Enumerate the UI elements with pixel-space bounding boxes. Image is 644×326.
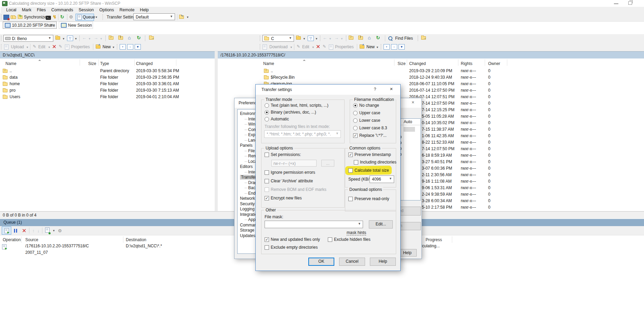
toolbar-grip[interactable]: [145, 36, 146, 41]
toolbar-grip[interactable]: [1, 36, 2, 41]
preferences-tree-item-updates[interactable]: Updates: [240, 233, 255, 238]
edit-dropdown-icon[interactable]: ▼: [312, 46, 314, 49]
toolbar-grip[interactable]: [1, 44, 2, 50]
checkbox-preserve-read-only[interactable]: Preserve read-only: [348, 196, 389, 201]
menu-item-session[interactable]: Session: [76, 8, 96, 12]
right-column-name[interactable]: Name: [263, 61, 274, 66]
minimize-icon[interactable]: [614, 3, 618, 4]
command-lightning-icon[interactable]: ↯: [53, 14, 57, 19]
back-dropdown-icon[interactable]: ▼: [88, 37, 91, 40]
preferences-tree-item-logging[interactable]: Logging: [240, 207, 255, 211]
parent-directory-icon[interactable]: [349, 36, 353, 41]
mask-hints-link[interactable]: mask hints: [347, 230, 366, 235]
column-separator[interactable]: [452, 236, 452, 243]
checkbox-exclude-empty[interactable]: Exclude empty directories: [265, 245, 318, 250]
open-directory-dropdown-icon[interactable]: ▼: [303, 37, 306, 40]
queue-column-source[interactable]: Source: [25, 237, 38, 242]
left-column-name[interactable]: Name: [5, 61, 16, 66]
select-minus-icon[interactable]: −: [391, 44, 397, 50]
rename-icon[interactable]: ✎: [59, 44, 62, 49]
parent-directory-icon[interactable]: [109, 36, 113, 41]
tab-session[interactable]: 10.10.2.20 SFTP Share ×: [3, 22, 57, 29]
menu-item-help[interactable]: Help: [137, 8, 151, 12]
column-separator[interactable]: [458, 60, 458, 66]
forward-icon[interactable]: →: [94, 35, 98, 40]
toolbar-grip[interactable]: [260, 36, 261, 41]
select-filter-icon[interactable]: ▼: [135, 44, 141, 50]
checkbox-set-permissions[interactable]: Set permissions:: [265, 152, 301, 157]
queue-move-down-icon[interactable]: ↓: [37, 228, 40, 233]
preferences-tree-item-network[interactable]: Network: [240, 196, 255, 201]
left-path-bar[interactable]: D:\v2qtsd1_NCC\: [0, 51, 215, 58]
queue-pause-icon[interactable]: [14, 229, 15, 233]
back-dropdown-icon[interactable]: ▼: [329, 37, 332, 40]
checkbox-including-directories[interactable]: Including directories: [354, 160, 397, 165]
tab-close-icon[interactable]: ×: [50, 23, 53, 27]
toolbar-grip[interactable]: [79, 36, 81, 41]
find-files-icon[interactable]: [388, 36, 392, 40]
column-separator[interactable]: [485, 60, 485, 66]
select-plus-icon[interactable]: +: [384, 44, 390, 50]
preferences-partial-control[interactable]: ed: [398, 207, 421, 216]
preset-settings-icon[interactable]: ✎: [179, 15, 184, 20]
filter-icon[interactable]: ▽: [308, 36, 314, 41]
menu-item-options[interactable]: Options: [96, 8, 117, 12]
toolbar-grip[interactable]: [1, 14, 2, 20]
left-drive-select[interactable]: D: Beno▼: [3, 35, 53, 42]
new-dropdown-icon[interactable]: ▼: [376, 46, 379, 49]
delete-icon[interactable]: ✕: [316, 43, 320, 50]
select-minus-icon[interactable]: −: [127, 44, 133, 50]
queue-toggle-button[interactable]: Queue: [76, 14, 94, 21]
preferences-help-button[interactable]: Help: [398, 249, 417, 257]
copy-session-icon[interactable]: →: [149, 36, 154, 41]
right-column-rights[interactable]: Rights: [461, 61, 472, 66]
download-dropdown-icon[interactable]: ▼: [290, 46, 293, 49]
preferences-tree-item-storage[interactable]: Storage: [240, 228, 254, 233]
queue-row-source-line2[interactable]: 2007_11_07: [25, 250, 48, 255]
forward-dropdown-icon[interactable]: ▼: [340, 37, 343, 40]
radio-binary-mode[interactable]: Binary (archives, doc, ...): [265, 110, 316, 115]
radio-lower-case-83[interactable]: Lower case 8.3: [353, 126, 387, 130]
menu-item-mark[interactable]: Mark: [19, 8, 34, 12]
checkbox-new-updated-only[interactable]: New and updated files only: [265, 237, 320, 242]
left-column-type[interactable]: Type: [100, 61, 109, 66]
new-button[interactable]: New: [366, 44, 375, 49]
presets-column-auto[interactable]: Auto: [404, 119, 412, 124]
dialog-help-icon[interactable]: ?: [371, 87, 379, 93]
toolbar-grip[interactable]: [381, 44, 382, 50]
new-dropdown-icon[interactable]: ▼: [112, 46, 115, 49]
toolbar-grip[interactable]: [67, 14, 68, 20]
properties-button[interactable]: Properties: [71, 44, 90, 49]
gear-icon[interactable]: ⚙: [69, 14, 73, 19]
preferences-close-icon[interactable]: ×: [408, 100, 418, 106]
upload-button[interactable]: Upload: [11, 44, 24, 49]
cancel-button[interactable]: Cancel: [339, 258, 365, 266]
preset-dropdown-icon[interactable]: ▼: [186, 16, 189, 19]
table-row[interactable]: homeFile folder2019-03-30 3:36:01 AM: [0, 81, 215, 87]
right-path-bar[interactable]: /176116-10.10.2.20-1553777518/C/: [218, 51, 644, 58]
filter-dropdown-icon[interactable]: ▼: [75, 37, 77, 40]
preset-selected-row[interactable]: [403, 127, 415, 132]
radio-text-mode[interactable]: Text (plain text, html, scripts, ...): [265, 103, 328, 108]
download-button[interactable]: Download: [269, 44, 287, 49]
queue-row-destination[interactable]: D:\v2qtsd1_NCC\*.*: [126, 244, 162, 248]
checkbox-replace-chars[interactable]: Replace '\:*?'...: [353, 133, 387, 138]
back-icon[interactable]: ←: [323, 35, 327, 40]
queue-column-operation[interactable]: Operation: [3, 237, 21, 242]
right-column-size[interactable]: Size: [398, 61, 405, 66]
table-row[interactable]: dataFile folder2019-03-29 2:56:35 PM: [0, 74, 215, 81]
edit-button[interactable]: Edit: [302, 44, 309, 49]
radio-no-change[interactable]: No change: [353, 103, 379, 108]
forward-dropdown-icon[interactable]: ▼: [100, 37, 103, 40]
dialog-close-icon[interactable]: ×: [386, 86, 397, 93]
radio-upper-case[interactable]: Upper case: [353, 110, 380, 115]
preferences-tree-item-security[interactable]: Security: [240, 201, 255, 206]
home-directory-icon[interactable]: ⌂: [368, 35, 371, 40]
open-directory-icon[interactable]: [55, 36, 60, 41]
column-separator[interactable]: [123, 236, 123, 243]
table-row[interactable]: UsersFile folder2019-04-01 2:10:04 AM: [0, 94, 215, 100]
column-separator[interactable]: [134, 60, 135, 66]
column-separator[interactable]: [80, 60, 80, 66]
checkbox-calculate-total-size[interactable]: Calculate total size: [348, 168, 389, 173]
preferences-tree-item-editors[interactable]: Editors: [240, 164, 253, 169]
